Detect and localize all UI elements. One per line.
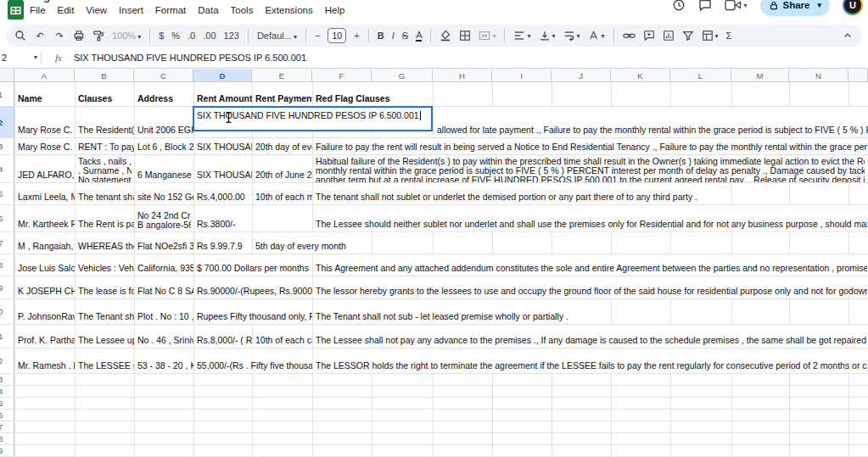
meet-caret-icon[interactable]: ▾ xyxy=(743,2,747,9)
cell-e1[interactable]: Rent Payment D xyxy=(253,82,312,106)
strikethrough-button[interactable]: S xyxy=(402,31,408,41)
cell-f9[interactable]: The lessor hereby grants to the lessees … xyxy=(313,276,867,298)
column-header-g[interactable]: G xyxy=(372,70,433,82)
cell-a1[interactable]: Name xyxy=(15,82,75,106)
menu-help[interactable]: Help xyxy=(319,3,351,17)
cell-b5[interactable]: The tenant shall xyxy=(76,183,134,204)
cell-b6[interactable]: The Rent is paya xyxy=(76,205,134,231)
undo-icon[interactable]: ↶ xyxy=(34,29,46,42)
column-header-f[interactable]: F xyxy=(312,70,372,82)
row-header-16[interactable]: 6 xyxy=(0,410,14,421)
cell-a5[interactable]: Laxmi Leela, MR xyxy=(15,183,75,204)
row-header-3[interactable]: 3 xyxy=(0,138,14,154)
text-wrap-icon[interactable]: ▾ xyxy=(563,29,580,42)
column-header-a[interactable]: A xyxy=(14,70,75,82)
column-header-n[interactable]: N xyxy=(789,70,848,82)
cell-d4[interactable]: SIX THOUSAND xyxy=(194,155,252,182)
cell-f8[interactable]: This Agreement and any attached addendum… xyxy=(313,254,867,276)
cell-b2[interactable]: The Resident(s ) xyxy=(76,107,134,137)
format-percent-button[interactable]: % xyxy=(171,31,180,41)
share-caret-icon[interactable]: ▾ xyxy=(817,1,821,9)
doc-title[interactable]: Legal Contracts xyxy=(31,0,217,3)
text-rotation-icon[interactable]: ▾ xyxy=(588,29,605,42)
cell-b4[interactable]: Tacks , nails , or . Surname , Nam No st… xyxy=(76,155,134,182)
row-header-19[interactable]: 9 xyxy=(0,445,14,456)
zoom-select[interactable]: 100%▾ xyxy=(112,31,141,41)
menu-insert[interactable]: Insert xyxy=(113,3,149,17)
decrease-font-size-button[interactable]: − xyxy=(315,31,320,41)
cell-a8[interactable]: Jose Luis Salcid xyxy=(15,254,75,276)
cell-f6[interactable]: The Lessee should neither sublet nor und… xyxy=(313,205,867,231)
search-icon[interactable] xyxy=(14,29,26,42)
vertical-align-icon[interactable]: ▾ xyxy=(539,29,556,42)
row-header-6[interactable]: 6 xyxy=(0,205,14,231)
cell-c8[interactable]: California, 93535 xyxy=(135,254,193,276)
cell-f10[interactable]: The Tenant shall not sub - let leased pr… xyxy=(313,299,571,324)
collapse-toolbar-icon[interactable] xyxy=(842,29,854,42)
cell-d3[interactable]: SIX THOUSAND xyxy=(194,138,252,154)
version-history-icon[interactable] xyxy=(672,0,686,12)
cell-b9[interactable]: The lease is for a xyxy=(76,276,134,298)
menu-format[interactable]: Format xyxy=(149,3,192,17)
cell-d8[interactable]: $ 700.00 Dollars per months xyxy=(194,254,312,276)
format-currency-button[interactable]: $ xyxy=(159,31,164,41)
cell-a7[interactable]: M , Rangaiah, M xyxy=(15,232,75,254)
insert-link-icon[interactable] xyxy=(623,29,636,42)
row-header-4[interactable]: 4 xyxy=(0,155,14,182)
cell-a6[interactable]: Mr. Kartheek R, I xyxy=(15,205,75,231)
row-header-1[interactable]: 1 xyxy=(0,82,14,106)
column-header-h[interactable]: H xyxy=(433,70,492,82)
cell-c1[interactable]: Address xyxy=(135,82,193,106)
bold-button[interactable]: B xyxy=(378,31,384,41)
cell-a12[interactable]: Mr. Ramesh . K.I xyxy=(15,348,75,373)
cell-f2-overflow-text[interactable]: allowed for late payment ., Failure to p… xyxy=(434,107,868,137)
cell-b12[interactable]: The LESSEE sh xyxy=(76,348,134,373)
cell-c12[interactable]: 53 - 38 - 20 , KR xyxy=(135,348,193,373)
print-icon[interactable] xyxy=(73,29,85,42)
fill-color-icon[interactable] xyxy=(440,29,451,42)
cell-e3[interactable]: 20th day of every xyxy=(253,138,312,154)
paint-format-icon[interactable] xyxy=(92,29,104,42)
row-header-9[interactable]: 9 xyxy=(0,276,14,298)
cell-d10[interactable]: Rupees Fifty thousand only, Rs . 5 xyxy=(194,299,312,324)
menu-data[interactable]: Data xyxy=(192,3,224,17)
row-header-7[interactable]: 7 xyxy=(0,232,14,254)
row-header-11[interactable]: 1 xyxy=(0,325,14,348)
cell-c6[interactable]: No 24 2nd Cross B angalore-560( xyxy=(135,205,193,231)
create-filter-icon[interactable] xyxy=(682,29,694,42)
cell-b1[interactable]: Clauses xyxy=(76,82,134,106)
column-header-c[interactable]: C xyxy=(134,70,193,82)
cell-c11[interactable]: No . 46 , Srinivas xyxy=(135,325,193,348)
cell-d1[interactable]: Rent Amount xyxy=(194,82,252,106)
column-header-k[interactable]: K xyxy=(611,70,670,82)
more-formats-button[interactable]: 123 xyxy=(224,31,239,41)
menu-extensions[interactable]: Extensions xyxy=(259,3,318,17)
meet-video-icon[interactable]: ▾ xyxy=(725,0,747,11)
menu-view[interactable]: View xyxy=(80,3,113,17)
row-header-18[interactable]: 8 xyxy=(0,433,14,444)
horizontal-align-icon[interactable]: ▾ xyxy=(513,29,530,42)
name-box[interactable]: 2 ▾ xyxy=(0,53,41,63)
insert-chart-icon[interactable] xyxy=(663,29,675,42)
row-header-17[interactable]: 7 xyxy=(0,421,14,432)
select-all-corner[interactable] xyxy=(0,70,14,82)
font-select[interactable]: Defaul...▾ xyxy=(257,31,297,41)
cell-b3[interactable]: RENT : To pay a xyxy=(76,138,134,154)
cell-c5[interactable]: site No 152 Gee xyxy=(135,183,193,204)
cell-f1[interactable]: Red Flag Clauses xyxy=(313,82,393,106)
column-header-e[interactable]: E xyxy=(252,70,312,82)
formula-input[interactable]: SIX THOUSAND FIVE HUNDRED PESOS IP 6.500… xyxy=(74,53,306,63)
row-header-14[interactable]: 4 xyxy=(0,386,14,397)
increase-decimals-button[interactable]: .00 xyxy=(203,31,216,41)
column-header-i[interactable]: I xyxy=(492,70,552,82)
cell-d9[interactable]: Rs.90000/-(Rupees, Rs.9000/-(Ru xyxy=(194,276,312,298)
row-header-5[interactable]: 5 xyxy=(0,183,14,204)
row-header-2[interactable]: 2 xyxy=(0,107,14,137)
name-box-caret-icon[interactable]: ▾ xyxy=(34,53,37,61)
cell-d7[interactable]: Rs 9.99.7.9 xyxy=(194,232,252,254)
cell-e11[interactable]: 10th of each calend xyxy=(253,325,312,348)
cell-a11[interactable]: Prof. K. Parthasa xyxy=(15,325,75,348)
cell-c10[interactable]: Plot . No : 10 , D xyxy=(135,299,193,324)
cell-c2[interactable]: Unit 2006 EGI T xyxy=(135,107,193,137)
cell-b11[interactable]: The Lessee upon xyxy=(76,325,134,348)
